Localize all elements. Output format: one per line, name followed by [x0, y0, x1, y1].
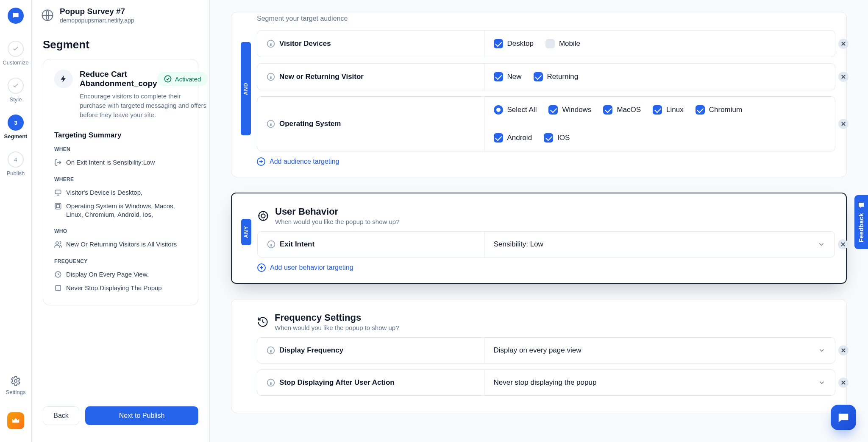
chevron-down-icon — [818, 241, 825, 248]
help-chat-button[interactable] — [831, 405, 856, 430]
opt-macos[interactable]: MacOS — [603, 105, 641, 115]
card-title: Reduce Cart Abandonment_copy — [80, 70, 157, 88]
chevron-down-icon — [818, 379, 826, 386]
audience-panel: Segment your target audience AND Visitor… — [231, 12, 847, 177]
remove-rule[interactable] — [838, 39, 849, 49]
frequency-desc: When would you like the popup to show up… — [275, 324, 399, 331]
chevron-down-icon — [818, 347, 826, 354]
opt-ios[interactable]: IOS — [544, 133, 570, 143]
left-rail: Customize Style 3 Segment 4 Publish Sett… — [0, 0, 32, 442]
gear-icon — [10, 375, 21, 386]
inbox-icon — [858, 202, 865, 209]
remove-rule[interactable] — [838, 72, 849, 82]
survey-title: Popup Survey #7 — [60, 7, 134, 16]
chat-icon — [837, 411, 850, 424]
remove-rule[interactable] — [838, 119, 849, 129]
frequency-title: Frequency Settings — [275, 312, 399, 323]
step-label: Customize — [3, 59, 28, 66]
users-icon — [54, 241, 62, 248]
section-title: Segment — [43, 38, 198, 51]
remove-rule[interactable] — [838, 378, 849, 388]
rule-visitor-devices: Visitor Devices Desktop Mobile — [257, 30, 835, 57]
stop-displaying-select[interactable]: Never stop displaying the popup — [484, 370, 835, 395]
label-when: WHEN — [54, 146, 187, 152]
step-label: Segment — [4, 133, 28, 140]
opt-desktop[interactable]: Desktop — [494, 39, 534, 48]
remove-rule[interactable] — [838, 345, 849, 355]
svg-point-12 — [261, 214, 265, 218]
label-where: WHERE — [54, 176, 187, 182]
step-number: 3 — [14, 120, 17, 126]
exit-icon — [54, 159, 62, 166]
behavior-logic-tag: ANY — [241, 219, 251, 245]
label-frequency: FREQUENCY — [54, 258, 187, 264]
check-icon — [12, 82, 19, 90]
summary-row: Never Stop Displaying The Popup — [54, 281, 187, 295]
add-behavior-targeting[interactable]: Add user behavior targeting — [257, 263, 835, 272]
rule-display-frequency: Display Frequency Display on every page … — [257, 337, 835, 364]
info-icon — [267, 378, 275, 387]
side-panel: Popup Survey #7 demopopupsmart.netlify.a… — [32, 0, 210, 442]
opt-new[interactable]: New — [494, 72, 522, 81]
rule-new-returning: New or Returning Visitor New Returning — [257, 63, 835, 90]
upgrade-button[interactable] — [7, 412, 24, 429]
bolt-icon — [59, 75, 68, 83]
opt-android[interactable]: Android — [494, 133, 532, 143]
back-button[interactable]: Back — [43, 406, 79, 425]
info-icon — [267, 120, 275, 128]
remove-rule[interactable] — [838, 239, 848, 249]
check-circle-icon — [164, 75, 172, 83]
opt-linux[interactable]: Linux — [653, 105, 684, 115]
opt-returning[interactable]: Returning — [534, 72, 579, 81]
svg-point-0 — [14, 380, 17, 383]
svg-point-5 — [56, 242, 58, 244]
exit-intent-select[interactable]: Sensibility: Low — [484, 232, 835, 257]
next-button[interactable]: Next to Publish — [85, 406, 198, 425]
step-label: Style — [10, 96, 22, 103]
step-customize[interactable]: Customize — [3, 41, 28, 66]
clock-icon — [54, 271, 62, 278]
device-icon — [54, 189, 62, 196]
wizard-steps: Customize Style 3 Segment 4 Publish — [0, 41, 31, 176]
rail-settings[interactable]: Settings — [6, 375, 26, 395]
opt-mobile[interactable]: Mobile — [545, 39, 580, 48]
display-frequency-select[interactable]: Display on every page view — [484, 338, 835, 363]
chat-bubble-icon — [11, 11, 20, 20]
summary-row: New Or Returning Visitors is All Visitor… — [54, 238, 187, 251]
card-desc: Encourage visitors to complete their pur… — [80, 92, 208, 119]
step-label: Publish — [7, 170, 25, 176]
opt-select-all[interactable]: Select All — [494, 105, 537, 115]
behavior-panel: User Behavior When would you like the po… — [231, 193, 847, 284]
add-audience-targeting[interactable]: Add audience targeting — [257, 157, 835, 166]
info-icon — [267, 73, 275, 81]
stop-icon — [54, 284, 62, 292]
summary-row: Display On Every Page View. — [54, 268, 187, 281]
rule-stop-displaying: Stop Displaying After User Action Never … — [257, 369, 835, 396]
svg-point-11 — [259, 211, 268, 220]
svg-rect-3 — [55, 190, 61, 194]
info-icon — [267, 346, 275, 355]
plus-icon — [257, 263, 266, 272]
summary-row: Operating System is Windows, Macos, Linu… — [54, 199, 187, 222]
info-icon — [267, 240, 275, 249]
plus-icon — [257, 157, 265, 166]
info-icon — [267, 39, 275, 48]
main-area: Segment your target audience AND Visitor… — [210, 0, 868, 442]
audience-logic-tag: AND — [241, 42, 251, 135]
brand-logo[interactable] — [8, 8, 24, 24]
svg-rect-7 — [56, 285, 61, 291]
opt-chromium[interactable]: Chromium — [696, 105, 742, 115]
os-icon — [54, 202, 62, 210]
summary-title: Targeting Summary — [54, 131, 187, 140]
step-publish[interactable]: 4 Publish — [7, 151, 25, 176]
step-segment[interactable]: 3 Segment — [4, 115, 28, 140]
opt-windows[interactable]: Windows — [548, 105, 591, 115]
audience-desc: Segment your target audience — [257, 15, 835, 22]
template-card: Reduce Cart Abandonment_copy Activated E… — [43, 59, 198, 305]
step-style[interactable]: Style — [8, 78, 24, 103]
behavior-title: User Behavior — [275, 206, 400, 217]
check-icon — [12, 45, 19, 53]
feedback-tab[interactable]: Feedback — [854, 195, 868, 249]
rule-os: Operating System Select All Windows MacO… — [257, 96, 835, 151]
summary-row: On Exit Intent is Sensibility:Low — [54, 156, 187, 169]
